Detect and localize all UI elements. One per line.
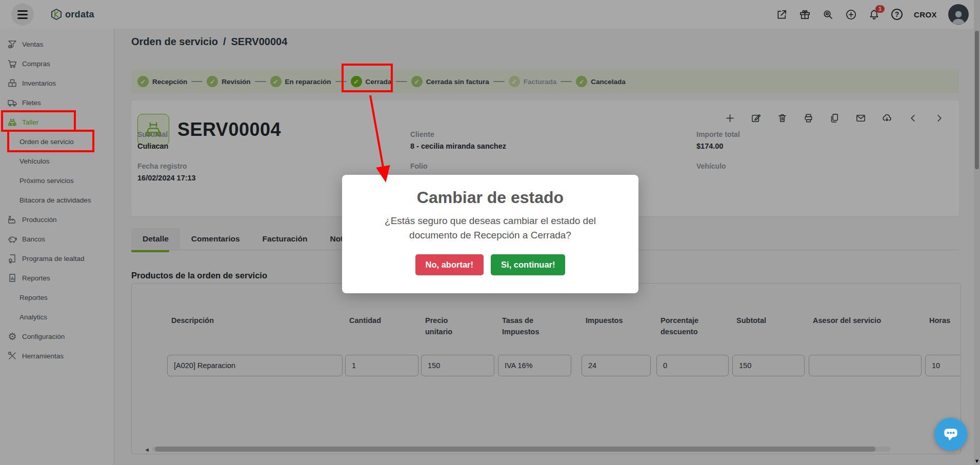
- modal-message: ¿Estás seguro que deseas cambiar el esta…: [362, 214, 618, 242]
- confirm-button[interactable]: Si, continuar!: [491, 254, 565, 275]
- chat-bubble-icon: [941, 425, 961, 443]
- modal-title: Cambiar de estado: [342, 188, 638, 207]
- change-status-modal: Cambiar de estado ¿Estás seguro que dese…: [342, 175, 638, 293]
- app-window: ordata 1 CROX: [0, 0, 980, 465]
- chat-fab-button[interactable]: [934, 418, 967, 451]
- deny-button[interactable]: No, abortar!: [415, 254, 484, 275]
